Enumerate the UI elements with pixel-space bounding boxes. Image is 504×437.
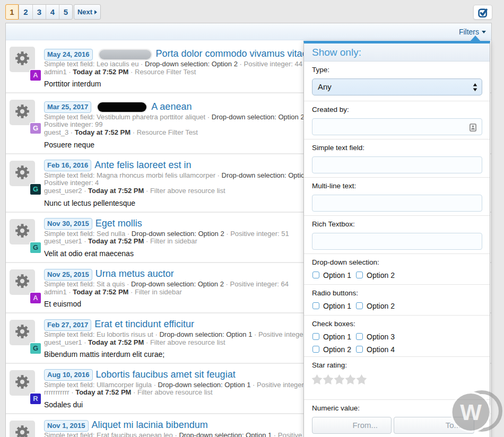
- svg-text:W: W: [460, 399, 482, 425]
